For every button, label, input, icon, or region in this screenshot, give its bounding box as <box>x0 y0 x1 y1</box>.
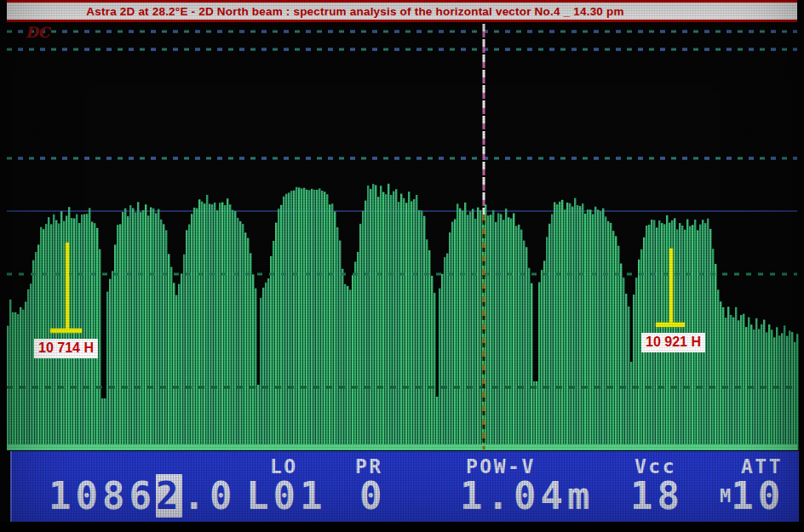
marker-line-icon <box>669 249 673 325</box>
marker-label-left: 10 714 H <box>34 339 98 358</box>
value-lo: L01 <box>246 476 326 517</box>
frequency-readout[interactable]: 10862.0 <box>49 476 236 517</box>
title-bar: Astra 2D at 28.2°E - 2D North beam : spe… <box>7 0 797 22</box>
frequency-digits: 1086 <box>49 474 156 518</box>
window-title: Astra 2D at 28.2°E - 2D North beam : spe… <box>86 5 623 18</box>
status-bar: LO PR POW-V Vcc ATT 10862.0 L01 0 1.04m … <box>10 451 799 522</box>
marker-crossbar-icon <box>656 323 685 327</box>
marker-line-icon <box>66 243 69 330</box>
value-vcc: 18 <box>630 476 684 517</box>
marker-crossbar-icon <box>50 329 82 333</box>
value-att: M10 <box>720 476 784 517</box>
frequency-cursor-digit[interactable]: 2 <box>156 474 183 518</box>
value-pr: 0 <box>359 476 387 517</box>
dc-overlay-label: DC <box>26 24 49 41</box>
value-pow-v: 1.04m <box>460 476 594 517</box>
marker-label-right: 10 921 H <box>641 333 705 352</box>
att-mode-m: M <box>720 485 731 506</box>
bottom-bezel <box>0 522 804 532</box>
frequency-decimals: .0 <box>182 474 236 518</box>
att-number: 10 <box>731 474 784 518</box>
spectrum-analyzer-screen: Astra 2D at 28.2°E - 2D North beam : spe… <box>0 0 804 532</box>
